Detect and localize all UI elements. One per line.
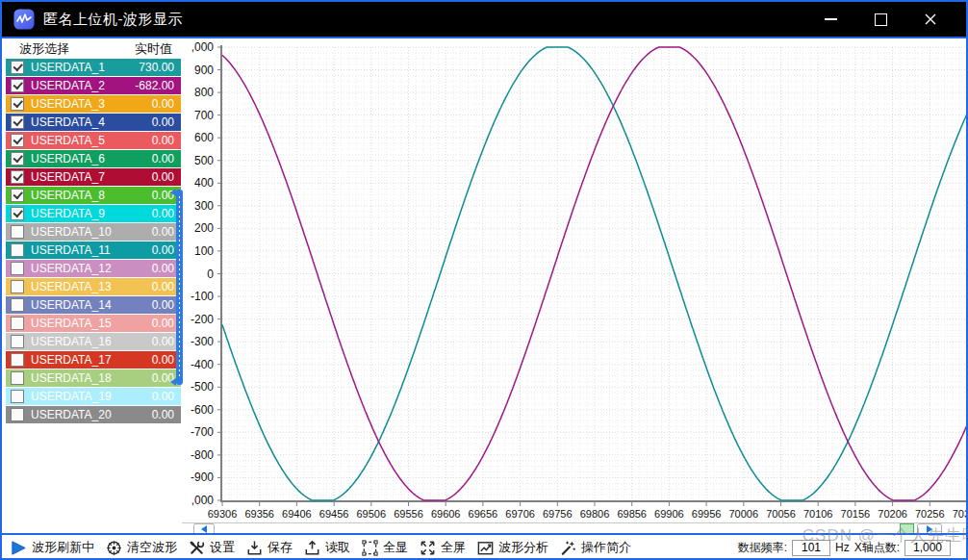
y-tick-label: -500	[182, 381, 214, 393]
check-icon	[13, 171, 22, 181]
sidebar-item-userdata_5[interactable]: USERDATA_50.00	[6, 132, 181, 149]
checkbox[interactable]	[11, 408, 24, 421]
y-tick-label: -400	[182, 359, 214, 370]
toolbar-button-label: 波形分析	[498, 539, 548, 556]
checkbox[interactable]	[11, 390, 24, 403]
checkbox[interactable]	[11, 298, 24, 312]
checkbox[interactable]	[11, 353, 24, 367]
sidebar-item-userdata_8[interactable]: USERDATA_80.00	[6, 187, 181, 204]
checkbox[interactable]	[11, 280, 24, 293]
checkbox[interactable]	[11, 243, 24, 257]
check-icon	[13, 153, 22, 163]
sidebar-item-userdata_20[interactable]: USERDATA_200.00	[6, 406, 181, 423]
checkbox[interactable]	[11, 207, 24, 220]
checkbox[interactable]	[11, 371, 24, 385]
toolbar-button-label: 设置	[210, 539, 235, 556]
checkbox[interactable]	[11, 170, 24, 184]
close-icon	[924, 13, 937, 26]
y-tick-label: 900	[182, 64, 214, 76]
channel-name: USERDATA_8	[31, 189, 105, 202]
y-tick-label: 300	[182, 200, 214, 212]
y-tick-label: ,000	[182, 41, 214, 53]
sidebar-item-userdata_13[interactable]: USERDATA_130.00	[6, 278, 181, 295]
waveform-select-heading: 波形选择	[19, 40, 69, 58]
x-tick-label: 70206	[872, 508, 914, 520]
sidebar-item-userdata_17[interactable]: USERDATA_170.00	[6, 351, 181, 369]
y-tick-label: 500	[182, 155, 214, 166]
y-tick-label: -900	[182, 471, 214, 483]
sidebar-item-userdata_4[interactable]: USERDATA_40.00	[6, 114, 181, 131]
sidebar-item-userdata_3[interactable]: USERDATA_30.00	[6, 95, 181, 113]
sidebar-item-userdata_10[interactable]: USERDATA_100.00	[6, 223, 181, 241]
sidebar-item-userdata_2[interactable]: USERDATA_2-682.00	[6, 77, 181, 94]
settings-button[interactable]: 设置	[188, 539, 235, 557]
horizontal-scroll-thumb[interactable]	[900, 523, 914, 533]
horizontal-scrollbar[interactable]	[182, 522, 966, 533]
analyze-button[interactable]: 波形分析	[476, 539, 548, 557]
sidebar-item-userdata_12[interactable]: USERDATA_120.00	[6, 260, 181, 277]
y-tick-label: 200	[182, 222, 214, 234]
y-tick-label: -300	[182, 336, 214, 347]
sidebar-item-userdata_7[interactable]: USERDATA_70.00	[6, 168, 181, 186]
y-tick-label: 0	[182, 268, 214, 280]
close-button[interactable]	[916, 7, 945, 32]
sidebar-item-userdata_6[interactable]: USERDATA_60.00	[6, 150, 181, 167]
fullscreen-button[interactable]: 全屏	[419, 539, 466, 557]
channel-name: USERDATA_10	[31, 225, 112, 239]
x-tick-label: 70106	[797, 508, 839, 520]
y-tick-label: -200	[182, 314, 214, 325]
maximize-button[interactable]	[866, 7, 895, 32]
checkbox[interactable]	[11, 225, 24, 239]
x-tick-label: 69906	[648, 508, 690, 520]
check-icon	[13, 98, 22, 108]
sidebar-item-userdata_18[interactable]: USERDATA_180.00	[6, 369, 181, 387]
sidebar-item-userdata_14[interactable]: USERDATA_140.00	[6, 296, 181, 314]
axis-ticks	[217, 47, 966, 506]
clear-button[interactable]: 清空波形	[105, 539, 177, 557]
y-tick-label: 400	[182, 177, 214, 189]
channel-name: USERDATA_12	[31, 262, 112, 275]
checkbox[interactable]	[11, 335, 24, 348]
y-tick-label: -700	[182, 426, 214, 438]
sidebar-item-userdata_16[interactable]: USERDATA_160.00	[6, 333, 181, 350]
x-points-input[interactable]	[904, 540, 951, 556]
x-tick-label: 69856	[611, 508, 653, 520]
checkbox[interactable]	[11, 262, 24, 275]
checkbox[interactable]	[11, 115, 24, 129]
channel-value: -682.00	[135, 79, 181, 92]
checkbox[interactable]	[11, 61, 24, 74]
scroll-right-button[interactable]	[917, 523, 942, 533]
checkbox[interactable]	[11, 134, 24, 147]
minimize-button[interactable]	[816, 7, 845, 32]
waveform-plot[interactable]	[217, 41, 966, 507]
channel-name: USERDATA_15	[31, 317, 112, 330]
sidebar-item-userdata_1[interactable]: USERDATA_1730.00	[6, 59, 181, 76]
toolbar-button-label: 波形刷新中	[32, 539, 94, 556]
data-rate-input[interactable]	[792, 540, 830, 556]
sidebar-item-userdata_9[interactable]: USERDATA_90.00	[6, 205, 181, 222]
fit-button[interactable]: 全显	[361, 539, 408, 557]
checkbox[interactable]	[11, 189, 24, 202]
refresh-button[interactable]: 波形刷新中	[10, 539, 94, 557]
wand-icon	[559, 539, 577, 557]
x-tick-label: 70006	[723, 508, 765, 520]
checkbox[interactable]	[11, 97, 24, 111]
sidebar-item-userdata_11[interactable]: USERDATA_110.00	[6, 242, 181, 259]
checkbox[interactable]	[11, 152, 24, 165]
checkbox[interactable]	[11, 79, 24, 92]
waveform-list: USERDATA_1730.00USERDATA_2-682.00USERDAT…	[2, 59, 182, 423]
load-button[interactable]: 读取	[303, 539, 350, 557]
scrollbar-bottom-arrow-icon	[170, 378, 176, 386]
x-tick-label: 70256	[908, 508, 951, 520]
toolbar-buttons: 波形刷新中清空波形设置保存读取全显全屏波形分析操作简介	[10, 539, 642, 557]
sidebar-item-userdata_19[interactable]: USERDATA_190.00	[6, 388, 181, 405]
sidebar-scrollbar[interactable]	[176, 190, 183, 385]
scroll-left-button[interactable]	[193, 523, 215, 533]
channel-value: 0.00	[152, 408, 181, 421]
channel-name: USERDATA_17	[31, 353, 112, 367]
save-button[interactable]: 保存	[245, 539, 293, 557]
checkbox[interactable]	[11, 317, 24, 330]
channel-name: USERDATA_4	[31, 115, 105, 129]
sidebar-item-userdata_15[interactable]: USERDATA_150.00	[6, 315, 181, 332]
help-button[interactable]: 操作简介	[559, 539, 631, 557]
